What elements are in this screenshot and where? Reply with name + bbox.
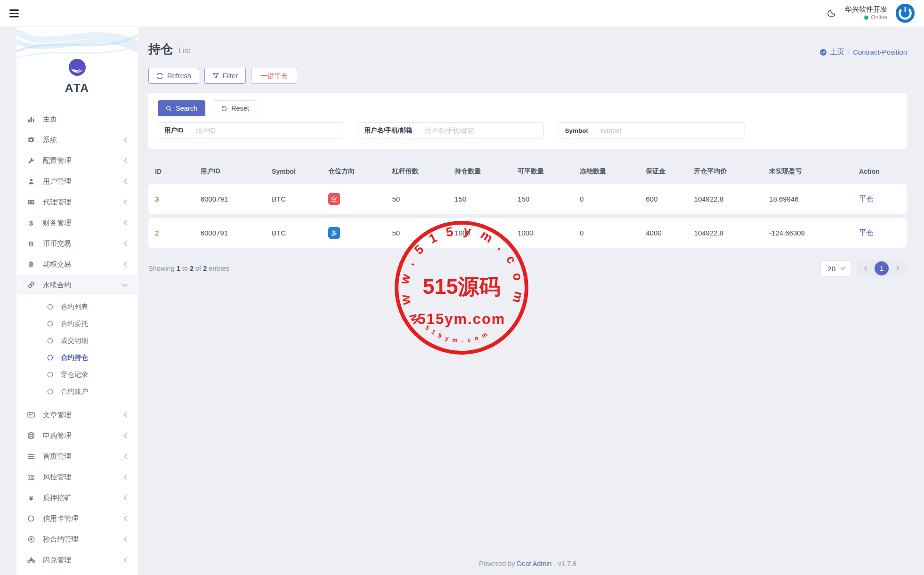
next-page-button[interactable] [892,266,903,271]
sidebar-item-contract-position[interactable]: 合约持仓 [16,349,138,366]
dcat-admin-link[interactable]: Dcat Admin [517,560,552,567]
circle-icon [47,372,53,378]
yen-icon: ¥ [27,494,35,502]
close-position-link[interactable]: 平仓 [859,228,873,236]
page-subtitle: List [178,47,190,55]
cell-id: 2 [148,229,194,237]
close-all-positions-button[interactable]: 一键平仓 [251,68,297,84]
filter-icon [212,73,219,79]
chevron-left-icon [123,536,128,542]
avatar[interactable] [896,4,915,23]
circle-icon [47,304,53,310]
sidebar-item-home[interactable]: 主页 [16,109,138,130]
sidebar-item-options-trade[interactable]: ฿ 期权交易 [16,254,138,275]
circle-icon [47,321,53,327]
sidebar-item-flash-swap[interactable]: 闪兑管理 [16,550,138,570]
sidebar-item-finance[interactable]: $ 财务管理 [16,212,138,233]
perpetual-submenu: 合约列表 合约委托 成交明细 合约持仓 穿仓记录 [16,295,138,405]
cell-frozen: 0 [573,195,639,203]
user-name: 华兴软件开发 [845,5,887,14]
table-row: 2 6000791 BTC 多 50 1000 1000 0 4000 1049… [148,218,907,248]
sidebar-item-config[interactable]: 配置管理 [16,150,138,171]
sidebar-nav: 主页 系统 配置管理 用户管理 [16,102,138,570]
dashboard-icon [819,49,827,56]
column-header-amount: 持仓数量 [448,167,511,176]
close-position-link[interactable]: 平仓 [859,194,873,202]
sidebar-item-staking[interactable]: ¥ 质押挖矿 [16,487,138,508]
cell-frozen: 0 [573,229,639,237]
sidebar-item-credit-card[interactable]: 信用卡管理 [16,508,138,529]
motorcycle-icon [27,557,35,563]
wrench-icon [27,157,35,164]
menu-toggle-icon[interactable] [9,9,19,17]
filter-group-username: 用户名/手机/邮箱 [358,122,544,138]
sidebar-item-trade-details[interactable]: 成交明细 [16,332,138,349]
chevron-left-icon [123,495,128,501]
breadcrumb-home[interactable]: 主页 [830,48,844,57]
cell-amount: 1000 [448,229,511,237]
sidebar-item-risk-control[interactable]: 风控管理 [16,467,138,487]
five-circle-icon: 5 [27,536,35,543]
sidebar-item-users[interactable]: 用户管理 [16,171,138,192]
column-header-action: Action [852,168,907,175]
reset-button[interactable]: Reset [213,100,257,116]
sidebar-item-second-contract[interactable]: 5 秒合约管理 [16,529,138,550]
circle-icon [47,389,53,395]
column-header-direction: 仓位方向 [322,167,385,176]
sidebar-item-system[interactable]: 系统 [16,130,138,150]
page-size-select[interactable]: 20 [820,260,851,276]
cell-symbol: BTC [265,195,322,203]
search-icon [166,105,172,112]
table-row: 3 6000791 BTC 空 50 150 150 0 600 104922.… [148,184,907,214]
current-page-button[interactable]: 1 [875,261,889,275]
moon-icon[interactable] [827,8,836,18]
filter-button[interactable]: Filter [204,68,246,84]
version: v1.7.8 [558,560,577,567]
sort-asc-icon[interactable]: ↑ [164,168,168,175]
filter-panel: Search Reset 用户ID 用户名/手机/邮箱 Symbol [148,93,907,149]
sidebar-item-spot-trade[interactable]: B 币币交易 [16,233,138,254]
chevron-left-icon [123,474,128,480]
circle-icon [47,355,53,361]
chevron-left-icon [123,137,128,143]
filter-group-symbol: Symbol [559,122,746,138]
sidebar-item-contract-accounts[interactable]: 合约账户 [16,383,138,400]
prev-page-button[interactable] [860,266,871,271]
user-menu[interactable]: 华兴软件开发 Online [845,5,887,21]
username-phone-email-input[interactable] [419,123,543,138]
cell-margin: 600 [639,195,687,203]
cell-closable: 150 [511,195,573,203]
top-navbar: 华兴软件开发 Online [0,0,924,27]
symbol-input[interactable] [594,123,745,138]
sidebar-item-homepage[interactable]: 首页管理 [16,446,138,467]
sidebar-item-contract-orders[interactable]: 合约委托 [16,315,138,332]
sidebar-item-subscription[interactable]: 申购管理 [16,425,138,446]
cell-pnl: -124.66309 [762,229,852,237]
toolbar: Refresh Filter 一键平仓 [148,68,907,84]
chevron-left-icon [123,557,128,563]
filter-label: Symbol [559,123,595,138]
column-header-leverage: 杠杆倍数 [385,167,448,176]
sidebar-item-articles[interactable]: 文章管理 [16,405,138,425]
column-header-frozen: 冻结数量 [573,167,639,176]
refresh-button[interactable]: Refresh [148,68,199,84]
cell-avg-price: 104922.8 [688,229,762,237]
filter-label: 用户名/手机/邮箱 [358,123,419,138]
sidebar-item-perpetual[interactable]: 永续合约 [16,275,138,295]
chevron-left-icon [123,433,128,438]
search-button[interactable]: Search [158,100,205,116]
column-header-margin: 保证金 [639,167,687,176]
circle-icon [27,515,35,522]
sidebar-item-agents[interactable]: 代理管理 [16,192,138,212]
brand-logo[interactable] [69,59,86,76]
cell-symbol: BTC [265,229,322,237]
chain-link-icon [27,281,35,289]
cell-pnl: 18.69946 [762,195,852,203]
user-id-input[interactable] [190,123,343,138]
column-header-id: ID↑ [148,168,194,175]
sidebar-item-liquidation-records[interactable]: 穿仓记录 [16,366,138,383]
cell-closable: 1000 [511,229,573,237]
sidebar-item-contract-list[interactable]: 合约列表 [16,298,138,315]
outdent-icon [27,474,35,481]
gear-icon [27,136,35,144]
